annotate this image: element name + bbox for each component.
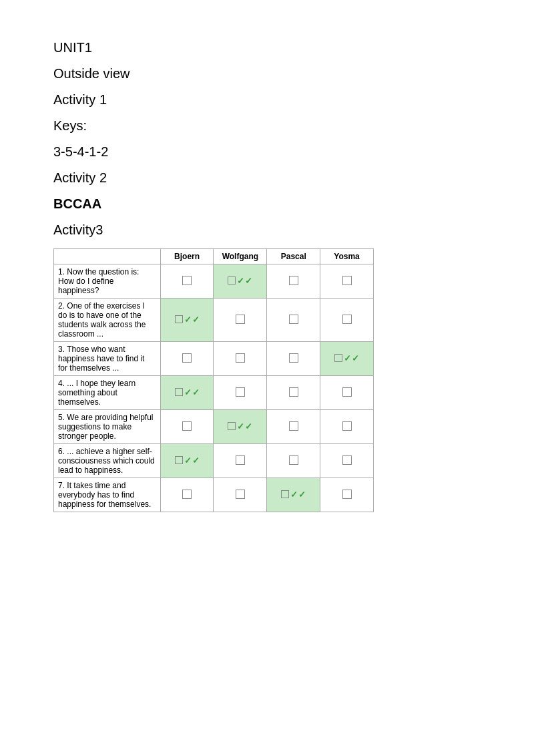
check-cell: ✓✓ [320, 342, 374, 376]
outside-view-title: Outside view [53, 66, 481, 81]
check-cell [160, 342, 214, 376]
empty-checkbox-icon [236, 315, 245, 324]
check-cell [160, 410, 214, 444]
check-cell [214, 299, 267, 342]
empty-checkbox-icon [289, 353, 298, 363]
empty-checkbox-icon [236, 455, 245, 465]
check-cell [267, 299, 320, 342]
table-row: 5. We are providing helpful suggestions … [54, 410, 161, 444]
check-cell [267, 264, 320, 299]
check-cell [320, 410, 374, 444]
check-cell: ✓✓ [160, 444, 214, 478]
double-checkmark-icon: ✓✓ [175, 387, 200, 397]
empty-checkbox-icon [342, 276, 352, 285]
keys-value: 3-5-4-1-2 [53, 144, 481, 160]
empty-checkbox-icon [182, 490, 192, 499]
empty-checkbox-icon [182, 276, 192, 285]
check-cell: ✓✓ [214, 410, 267, 444]
empty-checkbox-icon [289, 421, 298, 431]
check-cell: ✓✓ [214, 264, 267, 299]
table-row: 6. ... achieve a higher self-consciousne… [54, 444, 161, 478]
col-header-pascal: Pascal [267, 249, 320, 264]
table-row: 2. One of the exercises I do is to have … [54, 299, 161, 342]
unit-title: UNIT1 [53, 40, 481, 55]
empty-checkbox-icon [342, 387, 352, 397]
check-cell [320, 478, 374, 512]
check-cell [160, 264, 214, 299]
table-row: 1. Now the question is: How do I define … [54, 264, 161, 299]
col-header-question [54, 249, 161, 264]
empty-checkbox-icon [289, 276, 298, 285]
empty-checkbox-icon [342, 315, 352, 324]
check-cell: ✓✓ [160, 299, 214, 342]
check-cell [267, 342, 320, 376]
check-cell [214, 444, 267, 478]
activity2-answer: BCCAA [53, 196, 481, 212]
check-cell [267, 444, 320, 478]
table-row: 7. It takes time and everybody has to fi… [54, 478, 161, 512]
table-row: 4. ... I hope they learn something about… [54, 376, 161, 410]
double-checkmark-icon: ✓✓ [334, 353, 359, 363]
double-checkmark-icon: ✓✓ [175, 455, 200, 465]
check-cell: ✓✓ [267, 478, 320, 512]
empty-checkbox-icon [289, 387, 298, 397]
double-checkmark-icon: ✓✓ [228, 421, 252, 431]
check-cell [214, 342, 267, 376]
check-cell: ✓✓ [160, 376, 214, 410]
activity3-table: Bjoern Wolfgang Pascal Yosma 1. Now the … [53, 248, 374, 512]
double-checkmark-icon: ✓✓ [175, 315, 200, 325]
check-cell [267, 376, 320, 410]
col-header-yosma: Yosma [320, 249, 374, 264]
check-cell [320, 299, 374, 342]
empty-checkbox-icon [236, 490, 245, 499]
empty-checkbox-icon [182, 421, 192, 431]
empty-checkbox-icon [236, 353, 245, 363]
empty-checkbox-icon [289, 315, 298, 324]
check-cell [267, 410, 320, 444]
col-header-wolfgang: Wolfgang [214, 249, 267, 264]
empty-checkbox-icon [342, 490, 352, 499]
empty-checkbox-icon [342, 455, 352, 465]
double-checkmark-icon: ✓✓ [228, 276, 252, 286]
empty-checkbox-icon [236, 387, 245, 397]
empty-checkbox-icon [182, 353, 192, 363]
table-row: 3. Those who want happiness have to find… [54, 342, 161, 376]
activity1-label: Activity 1 [53, 92, 481, 108]
check-cell [214, 478, 267, 512]
activity2-label: Activity 2 [53, 170, 481, 186]
activity3-label: Activity3 [53, 222, 481, 238]
check-cell [214, 376, 267, 410]
col-header-bjoern: Bjoern [160, 249, 214, 264]
keys-label: Keys: [53, 118, 481, 134]
check-cell [320, 264, 374, 299]
check-cell [160, 478, 214, 512]
check-cell [320, 376, 374, 410]
check-cell [320, 444, 374, 478]
empty-checkbox-icon [342, 421, 352, 431]
double-checkmark-icon: ✓✓ [281, 490, 306, 500]
empty-checkbox-icon [289, 455, 298, 465]
